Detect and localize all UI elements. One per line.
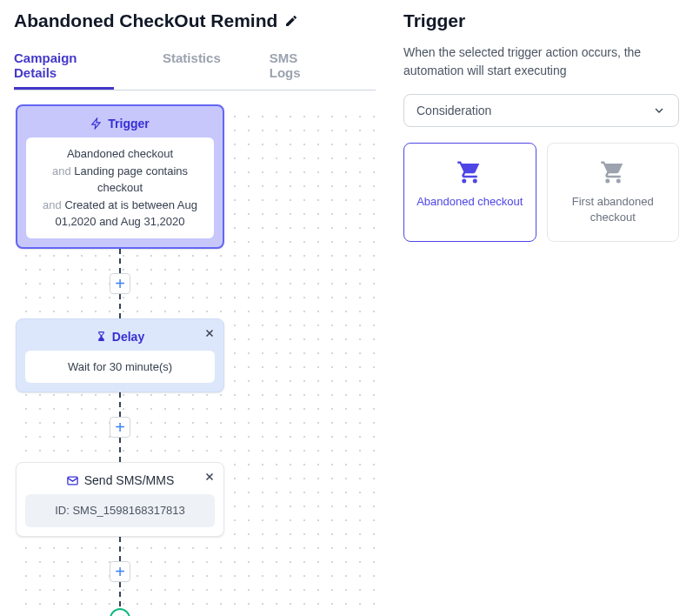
tab-statistics[interactable]: Statistics (163, 44, 221, 90)
select-value: Consideration (416, 104, 491, 117)
trigger-and-1: and (52, 164, 74, 177)
add-step-button[interactable]: + (110, 561, 130, 582)
sms-node-header: Send SMS/MMS (25, 473, 215, 487)
connector (119, 392, 121, 417)
hourglass-icon (96, 331, 107, 342)
sms-node-title: Send SMS/MMS (84, 473, 174, 487)
connector (119, 438, 121, 462)
page-title-text: Abandoned CheckOut Remind (14, 10, 277, 31)
chevron-down-icon (652, 104, 666, 117)
left-panel: Abandoned CheckOut Remind Campaign Detai… (0, 0, 390, 616)
trigger-option-label: Abandoned checkout (416, 194, 523, 210)
close-icon[interactable] (201, 468, 218, 485)
trigger-node-header: Trigger (26, 117, 214, 131)
sms-node[interactable]: Send SMS/MMS ID: SMS_1598168317813 (16, 462, 224, 537)
delay-node[interactable]: Delay Wait for 30 minute(s) (16, 318, 224, 393)
trigger-cond-1: Abandoned checkout (67, 147, 173, 160)
trigger-option-label: First abandoned checkout (556, 194, 670, 225)
connector (119, 294, 121, 318)
sidebar-title: Trigger (403, 10, 679, 31)
trigger-category-select[interactable]: Consideration (403, 94, 679, 127)
pencil-icon[interactable] (284, 14, 298, 28)
trigger-node-title: Trigger (108, 117, 149, 131)
trigger-node[interactable]: Trigger Abandoned checkout and Landing p… (16, 104, 224, 249)
sidebar-description: When the selected trigger action occurs,… (403, 44, 679, 80)
page-title: Abandoned CheckOut Remind (14, 10, 376, 31)
lightning-icon (90, 117, 103, 130)
delay-node-title: Delay (112, 330, 144, 344)
cart-icon (456, 159, 483, 185)
delay-node-header: Delay (25, 330, 215, 344)
add-step-button[interactable]: + (110, 273, 130, 294)
trigger-option-first-abandoned-checkout[interactable]: First abandoned checkout (547, 143, 680, 242)
tab-campaign-details[interactable]: Campaign Details (14, 44, 114, 90)
envelope-icon (66, 474, 79, 487)
tabs: Campaign Details Statistics SMS Logs (14, 44, 376, 90)
trigger-options: Abandoned checkout First abandoned check… (403, 143, 679, 242)
trigger-cond-2: Landing page contains checkout (74, 164, 188, 195)
right-panel: Trigger When the selected trigger action… (390, 0, 693, 616)
sms-node-body: ID: SMS_1598168317813 (25, 494, 215, 527)
trigger-option-abandoned-checkout[interactable]: Abandoned checkout (403, 143, 536, 242)
trigger-cond-3: Created at is between Aug 01,2020 and Au… (56, 198, 197, 229)
close-icon[interactable] (201, 325, 218, 342)
tab-sms-logs[interactable]: SMS Logs (270, 44, 327, 90)
check-circle-icon (110, 608, 130, 617)
add-step-button[interactable]: + (110, 417, 130, 438)
connector (119, 582, 121, 606)
flow-canvas: Trigger Abandoned checkout and Landing p… (14, 104, 376, 616)
delay-node-body: Wait for 30 minute(s) (25, 351, 215, 384)
trigger-node-body: Abandoned checkout and Landing page cont… (26, 137, 214, 238)
trigger-and-2: and (43, 198, 64, 211)
cart-icon (600, 159, 626, 185)
connector (119, 249, 121, 273)
end-flow: End Flow (97, 608, 143, 617)
connector (119, 537, 121, 561)
